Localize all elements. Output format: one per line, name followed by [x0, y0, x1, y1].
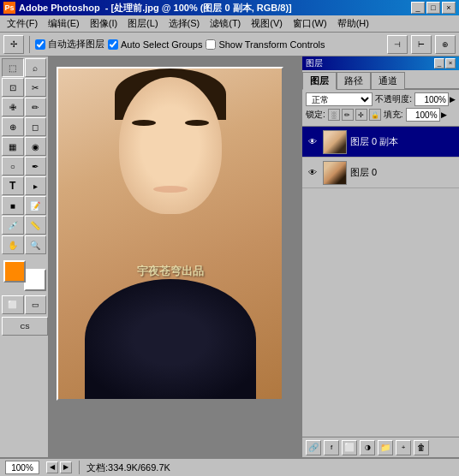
tool-shape[interactable]: ■ — [2, 196, 24, 215]
status-next-btn[interactable]: ▶ — [60, 461, 72, 473]
opacity-input[interactable] — [414, 92, 449, 106]
layer-visibility-toggle-0[interactable]: 👁 — [306, 166, 319, 180]
layer-visibility-toggle-copy[interactable]: 👁 — [306, 135, 319, 149]
menu-image[interactable]: 图像(I) — [85, 15, 122, 32]
show-transform-checkbox[interactable] — [206, 39, 216, 50]
move-tool-button[interactable]: ✢ — [3, 35, 24, 54]
title-bar-left: Ps Adobe Photoshop - [处理前.jpg @ 100% (图层… — [3, 2, 292, 15]
foreground-color-swatch[interactable] — [3, 260, 26, 283]
tool-gradient[interactable]: ▦ — [2, 137, 24, 156]
menu-view[interactable]: 视图(V) — [246, 15, 288, 32]
tool-row-10: ✋ 🔍 — [2, 235, 46, 254]
opacity-label: 不透明度: — [375, 93, 412, 105]
align-btn-2[interactable]: ⊢ — [411, 35, 432, 54]
tool-heal[interactable]: ✙ — [2, 98, 24, 116]
tool-text[interactable]: T — [2, 176, 24, 195]
lock-position-btn[interactable]: ✢ — [355, 109, 367, 121]
tool-row-7: T ▸ — [2, 176, 46, 195]
blend-mode-dropdown[interactable]: 正常 溶解 变暗 正片叠底 — [306, 92, 373, 106]
tool-crop[interactable]: ⊡ — [2, 78, 24, 97]
tool-screen-mode[interactable]: ▭ — [25, 295, 47, 314]
menu-window[interactable]: 窗口(W) — [288, 15, 332, 32]
tool-lasso[interactable]: ⌕ — [25, 58, 47, 77]
show-transform-check[interactable]: Show Transform Controls — [206, 39, 325, 50]
title-bar-controls: _ □ × — [411, 2, 456, 14]
tool-brush[interactable]: ✏ — [25, 98, 47, 116]
tool-blur[interactable]: ◉ — [25, 137, 47, 156]
align-btn-1[interactable]: ⊣ — [387, 35, 408, 54]
layer-style-btn[interactable]: f — [324, 440, 339, 455]
layer-adjustment-btn[interactable]: ◑ — [360, 440, 375, 455]
fill-control: ▶ — [406, 108, 447, 122]
layer-mask-btn[interactable]: ⬜ — [342, 440, 357, 455]
layers-close-btn[interactable]: × — [445, 58, 456, 68]
layer-link-btn[interactable]: 🔗 — [306, 440, 321, 455]
tool-row-3: ✙ ✏ — [2, 98, 46, 116]
status-prev-btn[interactable]: ◀ — [46, 461, 58, 473]
tool-zoom[interactable]: 🔍 — [25, 235, 47, 254]
lock-transparent-btn[interactable]: ░ — [328, 109, 340, 121]
menu-bar: 文件(F) 编辑(E) 图像(I) 图层(L) 选择(S) 滤镜(T) 视图(V… — [0, 15, 459, 33]
maximize-button[interactable]: □ — [426, 2, 440, 14]
toolbar-sep-1 — [29, 36, 30, 53]
layers-minimize-btn[interactable]: _ — [434, 58, 444, 68]
tool-dodge[interactable]: ○ — [2, 157, 24, 176]
layer-delete-btn[interactable]: 🗑 — [414, 440, 429, 455]
lock-label: 锁定: — [306, 109, 325, 121]
lock-paint-btn[interactable]: ✏ — [342, 109, 354, 121]
menu-select[interactable]: 选择(S) — [164, 15, 206, 32]
tool-clone[interactable]: ⊕ — [2, 117, 24, 136]
layers-tabs: 图层 路径 通道 — [302, 70, 459, 90]
title-bar: Ps Adobe Photoshop - [处理前.jpg @ 100% (图层… — [0, 0, 459, 15]
layer-new-btn[interactable]: + — [396, 440, 411, 455]
menu-edit[interactable]: 编辑(E) — [43, 15, 85, 32]
minimize-button[interactable]: _ — [411, 2, 425, 14]
status-separator — [79, 461, 80, 474]
menu-filter[interactable]: 滤镜(T) — [205, 15, 246, 32]
tool-pen[interactable]: ✒ — [25, 157, 47, 176]
tool-eyedropper[interactable]: 💉 — [2, 216, 24, 235]
menu-layer[interactable]: 图层(L) — [122, 15, 163, 32]
face-element — [119, 77, 222, 214]
tab-channels[interactable]: 通道 — [371, 72, 405, 89]
eyes-area — [132, 120, 209, 127]
fill-arrow[interactable]: ▶ — [441, 110, 447, 119]
layer-group-btn[interactable]: 📁 — [378, 440, 393, 455]
layer-list: 👁 图层 0 副本 👁 图层 0 — [302, 127, 459, 437]
tool-cs[interactable]: CS — [2, 317, 48, 336]
watermark-text: 宇夜苍穹出品 — [137, 264, 204, 279]
layers-panel-title: 图层 — [306, 57, 323, 69]
lock-icons: ░ ✏ ✢ 🔒 — [328, 109, 381, 121]
lock-all-btn[interactable]: 🔒 — [369, 109, 381, 121]
tool-row-5: ▦ ◉ — [2, 137, 46, 156]
tool-marquee[interactable]: ⬚ — [2, 58, 24, 77]
align-btn-3[interactable]: ⊕ — [435, 35, 456, 54]
auto-select-label: 自动选择图层 — [48, 38, 104, 51]
auto-select-checkbox[interactable] — [35, 39, 45, 50]
toolbar: ✢ 自动选择图层 Auto Select Groups Show Transfo… — [0, 33, 459, 57]
tab-layers[interactable]: 图层 — [302, 72, 337, 90]
auto-select-check[interactable]: 自动选择图层 — [35, 38, 104, 51]
tool-hand[interactable]: ✋ — [2, 235, 24, 254]
tool-extra-row2: CS — [2, 317, 46, 336]
app-title: Adobe Photoshop - [处理前.jpg @ 100% (图层 0 … — [19, 2, 292, 15]
auto-select-groups-check[interactable]: Auto Select Groups — [108, 39, 202, 50]
tool-path-select[interactable]: ▸ — [25, 176, 47, 195]
tool-notes[interactable]: 📝 — [25, 196, 47, 215]
close-button[interactable]: × — [442, 2, 456, 14]
tool-quick-mask[interactable]: ⬜ — [2, 295, 24, 314]
zoom-input[interactable] — [5, 461, 39, 474]
menu-file[interactable]: 文件(F) — [2, 15, 43, 32]
menu-help[interactable]: 帮助(H) — [332, 15, 374, 32]
tool-measure[interactable]: 📏 — [25, 216, 47, 235]
layer-item-copy[interactable]: 👁 图层 0 副本 — [302, 127, 459, 158]
opacity-arrow[interactable]: ▶ — [450, 95, 456, 104]
layer-item-0[interactable]: 👁 图层 0 — [302, 158, 459, 188]
auto-select-groups-checkbox[interactable] — [108, 39, 118, 50]
tool-eraser[interactable]: ◻ — [25, 117, 47, 136]
tab-paths[interactable]: 路径 — [337, 72, 371, 89]
tool-slice[interactable]: ✂ — [25, 78, 47, 97]
fill-input[interactable] — [406, 108, 440, 122]
status-nav: ◀ ▶ — [46, 461, 72, 473]
background-color-swatch[interactable] — [24, 269, 46, 291]
